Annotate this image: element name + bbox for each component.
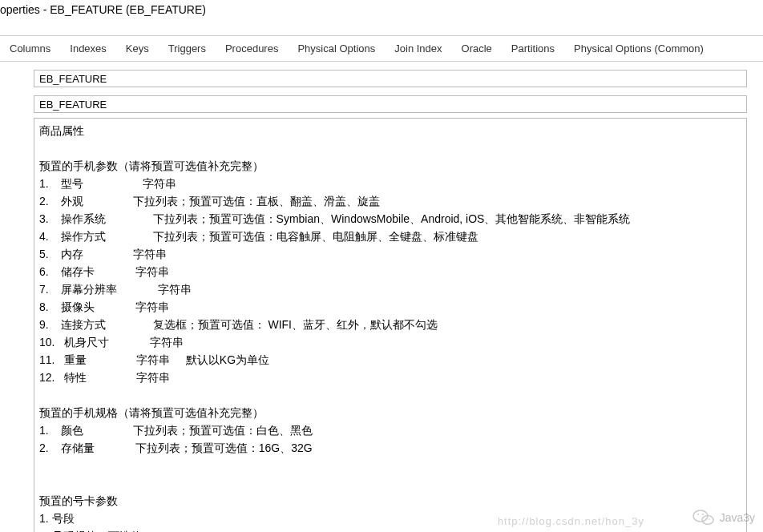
tab-physical-options[interactable]: Physical Options xyxy=(288,36,385,61)
watermark: Java3y xyxy=(692,508,755,527)
svg-point-5 xyxy=(708,518,710,520)
spec-2: 2. 存储量 下拉列表；预置可选值：16G、32G xyxy=(39,439,741,457)
param-3: 3. 操作系统 下拉列表；预置可选值：Symbian、WindowsMobile… xyxy=(39,210,741,228)
wechat-icon xyxy=(692,508,715,527)
name-input[interactable]: EB_FEATURE xyxy=(34,70,747,87)
url-watermark: http://blog.csdn.net/hon_3y xyxy=(498,515,644,527)
param-9: 9. 连接方式 复选框；预置可选值： WIFI、蓝牙、红外，默认都不勾选 xyxy=(39,316,741,333)
desc-header: 商品属性 xyxy=(39,122,741,139)
param-10: 10. 机身尺寸 字符串 xyxy=(39,333,741,351)
code-input[interactable]: EB_FEATURE xyxy=(34,95,747,113)
tab-physical-options-common[interactable]: Physical Options (Common) xyxy=(564,36,713,61)
param-6: 6. 储存卡 字符串 xyxy=(39,263,741,280)
tab-columns[interactable]: Columns xyxy=(0,36,60,61)
param-8: 8. 摄像头 字符串 xyxy=(39,298,741,316)
tab-keys[interactable]: Keys xyxy=(116,36,159,61)
spec-1: 1. 颜色 下拉列表；预置可选值：白色、黑色 xyxy=(39,421,741,439)
tab-oracle[interactable]: Oracle xyxy=(452,36,502,61)
tab-partitions[interactable]: Partitions xyxy=(502,36,564,61)
tab-triggers[interactable]: Triggers xyxy=(159,36,216,61)
param-4: 4. 操作方式 下拉列表；预置可选值：电容触屏、电阻触屏、全键盘、标准键盘 xyxy=(39,228,741,245)
param-2: 2. 外观 下拉列表；预置可选值：直板、翻盖、滑盖、旋盖 xyxy=(39,192,741,210)
param-5: 5. 内存 字符串 xyxy=(39,245,741,263)
window-title: operties - EB_FEATURE (EB_FEATURE) xyxy=(0,0,763,21)
svg-point-3 xyxy=(702,514,704,515)
svg-point-4 xyxy=(705,518,707,520)
svg-point-2 xyxy=(697,514,699,515)
card-heading: 预置的号卡参数 xyxy=(39,492,741,510)
tab-bar: Columns Indexes Keys Triggers Procedures… xyxy=(0,35,763,62)
param-1: 1. 型号 字符串 xyxy=(39,175,741,192)
params-heading: 预置的手机参数（请将预置可选值补充完整） xyxy=(39,157,741,175)
specs-heading: 预置的手机规格（请将预置可选值补充完整） xyxy=(39,404,741,421)
tab-indexes[interactable]: Indexes xyxy=(60,36,116,61)
watermark-label: Java3y xyxy=(720,511,755,524)
description-textarea[interactable]: 商品属性 预置的手机参数（请将预置可选值补充完整） 1. 型号 字符串 2. 外… xyxy=(34,118,747,532)
param-7: 7. 屏幕分辨率 字符串 xyxy=(39,280,741,298)
tab-join-index[interactable]: Join Index xyxy=(385,36,451,61)
tab-procedures[interactable]: Procedures xyxy=(216,36,288,61)
card-2: 2. 号码规律，可选值：AAAA、ABCDE、AAA、ABCD、ABCABC、A… xyxy=(39,527,741,532)
param-11: 11. 重量 字符串 默认以KG为单位 xyxy=(39,351,741,369)
param-12: 12. 特性 字符串 xyxy=(39,369,741,386)
